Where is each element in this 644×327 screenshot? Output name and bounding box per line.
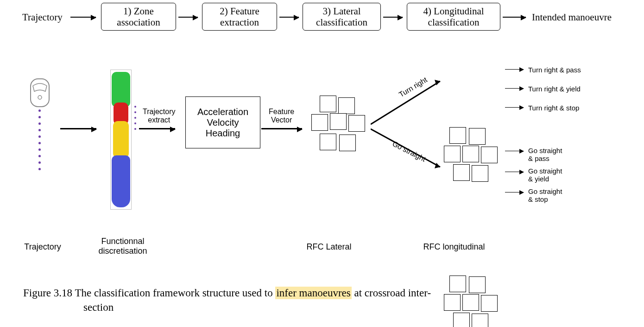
rfc-lateral-cluster-icon	[306, 93, 375, 162]
arrow-icon	[505, 69, 524, 70]
discretisation-label-l1: Functionnal	[101, 237, 144, 246]
figure-canvas: Trajectory 1) Zone association 2) Featur…	[0, 0, 644, 327]
pipeline-step-2: 2) Feature extraction	[202, 3, 277, 31]
tick-icon	[134, 117, 136, 119]
discretisation-label: Functionnal discretisation	[93, 237, 153, 256]
arrow-icon	[70, 17, 96, 18]
caption-highlight: infer manoeuvres	[275, 287, 351, 299]
feature-vector-label: Feature Vector	[269, 108, 294, 124]
tick-icon	[134, 111, 136, 113]
trajectory-label: Trajectory	[19, 242, 66, 252]
arrow-icon	[383, 17, 403, 18]
pipeline-step-4: 4) Longitudinal classification	[407, 3, 500, 31]
output-lower-1: Go straight & pass	[528, 147, 562, 162]
feature-box: Acceleration Velocity Heading	[185, 96, 260, 148]
trajectory-dots-icon	[38, 109, 43, 174]
output-upper-2: Turn right & yield	[528, 85, 581, 93]
pipeline-input: Trajectory	[22, 12, 63, 23]
rfc-long-upper-cluster-icon	[440, 125, 510, 190]
trajectory-extract-label: Trajectory extract	[143, 108, 176, 124]
output-upper-3: Turn right & stop	[528, 104, 579, 112]
svg-rect-0	[31, 79, 49, 107]
tick-icon	[134, 122, 136, 124]
arrow-icon	[279, 17, 299, 18]
arrow-icon	[261, 128, 302, 129]
caption-after1: at crossroad inter-	[352, 287, 431, 299]
arrow-icon	[505, 88, 524, 89]
pipeline-output: Intended manoeuvre	[532, 12, 612, 23]
output-lower-3: Go straight & stop	[528, 187, 562, 203]
arrow-icon	[139, 128, 175, 129]
arrow-icon	[505, 107, 524, 108]
arrow-icon	[505, 151, 524, 151]
svg-point-1	[38, 96, 42, 99]
tick-icon	[134, 128, 136, 130]
arrow-icon	[60, 128, 96, 129]
car-icon	[26, 77, 54, 114]
output-lower-2: Go straight & yield	[528, 167, 562, 183]
arrow-icon	[178, 17, 198, 18]
tick-icon	[134, 106, 136, 108]
caption-before: The classification framework structure u…	[72, 287, 275, 299]
arrow-icon	[505, 172, 524, 172]
caption-line2: section	[83, 301, 114, 313]
pipeline-step-1: 1) Zone association	[101, 3, 176, 31]
rfc-lateral-label: RFC Lateral	[297, 242, 361, 252]
arrow-icon	[503, 17, 526, 18]
zone-bar-icon	[110, 70, 132, 210]
arrow-icon	[505, 192, 524, 192]
caption-fig-label: Figure 3.18	[23, 287, 72, 299]
pipeline-step-3: 3) Lateral classification	[303, 3, 381, 31]
figure-caption: Figure 3.18 The classification framework…	[23, 286, 625, 314]
output-upper-1: Turn right & pass	[528, 66, 581, 74]
rfc-longitudinal-label: RFC longitudinal	[415, 242, 493, 252]
discretisation-label-l2: discretisation	[98, 246, 147, 256]
